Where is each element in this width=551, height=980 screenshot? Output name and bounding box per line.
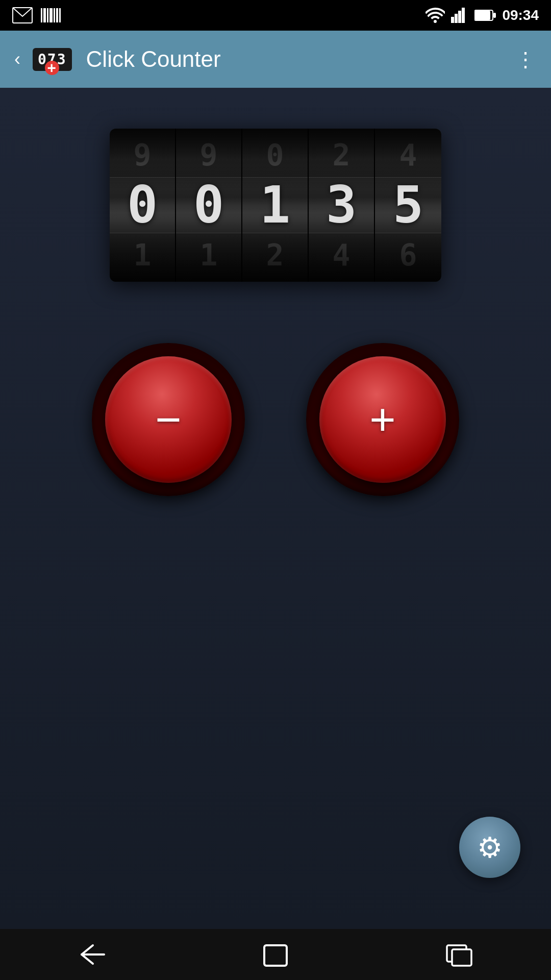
main-content: 9 0 1 9 0 1 0 1 2 2 3 4 4 5 [0, 88, 551, 929]
nav-home-icon [261, 940, 290, 969]
svg-rect-4 [462, 8, 465, 23]
gear-icon: ⚙ [477, 831, 503, 864]
status-bar-left [12, 7, 61, 23]
toolbar-title: Click Counter [86, 46, 505, 72]
svg-rect-7 [493, 13, 496, 18]
barcode-icon [41, 8, 61, 22]
digit-reel-2: 9 0 1 [176, 129, 242, 282]
signal-icon [451, 8, 468, 23]
svg-rect-10 [452, 949, 471, 966]
status-bar: 09:34 [0, 0, 551, 31]
nav-back-icon [78, 943, 106, 966]
counter-display: 9 0 1 9 0 1 0 1 2 2 3 4 4 5 [110, 129, 441, 282]
status-bar-right: 09:34 [425, 7, 539, 23]
status-time: 09:34 [502, 7, 539, 23]
nav-recent-icon [445, 940, 473, 969]
decrement-button[interactable]: − [105, 356, 232, 483]
increment-button[interactable]: + [319, 356, 446, 483]
svg-rect-3 [458, 11, 461, 23]
digit-reel-5: 4 5 6 [375, 129, 441, 282]
nav-back-button[interactable] [71, 939, 112, 970]
digit-reel-4: 2 3 4 [309, 129, 375, 282]
svg-rect-6 [475, 11, 490, 20]
plus-icon: + [369, 397, 395, 442]
svg-rect-2 [455, 14, 458, 23]
digit-reel-3: 0 1 2 [242, 129, 309, 282]
decrement-button-wrapper: − [92, 343, 245, 496]
toolbar-counter-dot: + [45, 61, 59, 75]
settings-fab[interactable]: ⚙ [459, 817, 520, 878]
digit-reel-1: 9 0 1 [110, 129, 176, 282]
back-button[interactable]: ‹ [14, 48, 20, 70]
nav-home-button[interactable] [255, 939, 296, 970]
toolbar-counter-badge: 073 + [33, 48, 72, 71]
toolbar: ‹ 073 + Click Counter ⋮ [0, 31, 551, 88]
increment-button-wrapper: + [306, 343, 459, 496]
svg-rect-1 [451, 17, 454, 23]
overflow-menu-button[interactable]: ⋮ [515, 47, 537, 71]
wifi-icon [425, 8, 445, 23]
svg-rect-8 [264, 945, 287, 966]
minus-icon: − [155, 397, 181, 442]
nav-bar [0, 929, 551, 980]
battery-icon [474, 9, 496, 21]
buttons-container: − + [92, 343, 459, 496]
gmail-icon [12, 7, 33, 23]
nav-recent-button[interactable] [439, 939, 480, 970]
